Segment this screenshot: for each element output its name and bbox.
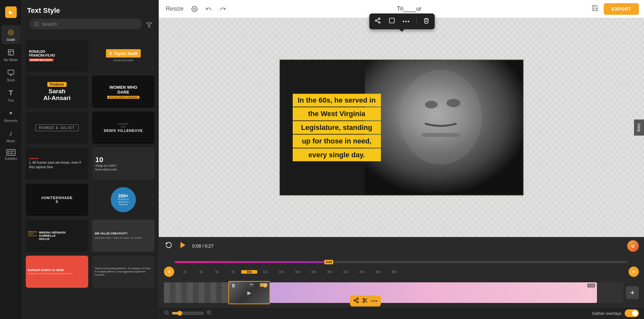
add-clip-button[interactable]: +: [626, 286, 639, 299]
search-input[interactable]: [42, 21, 138, 27]
settings-button[interactable]: [189, 4, 200, 14]
sidebar-item-text[interactable]: T Text: [1, 86, 21, 105]
time-display: 0:09 / 0:27: [192, 243, 623, 249]
denis-year: 2017: [121, 126, 126, 128]
popup-more-button[interactable]: •••: [402, 17, 412, 26]
women-title: WOMEN WHODARE: [109, 85, 137, 95]
clip-cut-button[interactable]: [362, 297, 368, 305]
play-button[interactable]: [177, 240, 188, 253]
logo: ▶: [2, 3, 20, 21]
time-mark: 22s: [338, 270, 354, 274]
more-icon: •••: [403, 19, 410, 24]
eyes-decoration: [29, 158, 39, 159]
wevalue-sub: share your ideas - make an impact - be c…: [95, 236, 142, 239]
zoom-in-button[interactable]: [206, 310, 212, 316]
replay-button[interactable]: [164, 240, 174, 252]
resize-icon: [389, 17, 395, 24]
clip-right[interactable]: 0:16: [270, 282, 597, 303]
sidebar-item-guide[interactable]: ◎ Guide: [1, 25, 21, 44]
svg-line-12: [377, 21, 379, 22]
clip-share-button[interactable]: [353, 297, 359, 305]
sidebar-item-stock[interactable]: Stock: [1, 66, 21, 85]
style-card-burger[interactable]: BURGER ROBOT IS HERE BURGER FLIPPING ROB…: [26, 256, 88, 288]
sidebar-item-label: Subtitles: [5, 157, 17, 160]
trash-icon: [423, 17, 430, 24]
svg-line-30: [364, 299, 365, 300]
save-button[interactable]: [590, 3, 600, 14]
style-card-taylor[interactable]: 5. Taylor Swift #TOP10STARS: [92, 40, 155, 72]
add-right-button[interactable]: +: [629, 267, 639, 277]
taylor-label: 5. Taylor Swift: [106, 49, 141, 58]
clip-more-button[interactable]: •••: [371, 298, 378, 304]
progress-bar[interactable]: 0:09: [175, 261, 628, 263]
style-card-10things[interactable]: 10 things you didn'tknow about color: [92, 148, 155, 180]
style-card-unitedshades[interactable]: #UNITEDSHADES: [26, 184, 88, 216]
clip-main[interactable]: ▶ ⏸ ⏸ 0:04 📷: [228, 281, 270, 304]
zoom-out-button[interactable]: [164, 310, 169, 316]
undo-icon: [205, 6, 212, 12]
clip-far-right[interactable]: [598, 282, 623, 303]
style-card-diy[interactable]: 200+ DIY BEAUTYPRODUCTSRECIPES: [92, 184, 155, 216]
style-card-mediaquote[interactable]: There's some [media] platforms - for exa…: [92, 256, 155, 288]
filter-button[interactable]: [146, 22, 152, 30]
time-mark: 12s: [257, 270, 273, 274]
elements-icon: ✦: [6, 109, 15, 118]
popup-delete-button[interactable]: [422, 16, 431, 27]
svg-rect-19: [422, 133, 460, 137]
progress-fill: [175, 261, 329, 263]
sidebar-item-elements[interactable]: ✦ Elements: [1, 106, 21, 125]
svg-rect-14: [389, 18, 394, 23]
redo-icon: [220, 6, 226, 12]
time-mark: 24s: [354, 270, 370, 274]
video-frame[interactable]: In the 60s, he served in the West Virgin…: [279, 59, 524, 196]
svg-line-35: [210, 314, 211, 314]
burger-title: BURGER ROBOT IS HERE: [28, 269, 64, 272]
ronaldo-name: RONALDOFRANCINI-FILHO: [29, 50, 55, 58]
style-card-denis[interactable]: A FILM BY 2017 DENIS VILLENEUVE: [92, 112, 155, 144]
text-line-5: every single day.: [293, 148, 381, 161]
context-popup: •••: [369, 14, 435, 29]
time-mark: 26s: [370, 270, 386, 274]
gather-overlays-toggle[interactable]: [625, 309, 639, 317]
prod2-left: PRODUCER SENIOR PRODUCER: [28, 231, 37, 241]
clip-action-popup: •••: [350, 296, 381, 306]
prod2-name1: WINONA HIENNADI: [39, 231, 66, 234]
help-button[interactable]: Help: [634, 119, 644, 136]
sidebar-item-media[interactable]: My Media: [1, 45, 21, 64]
svg-line-25: [355, 299, 357, 300]
style-grid: RONALDOFRANCINI-FILHO MARINE BIOLOGIST 5…: [22, 37, 158, 290]
popup-resize-button[interactable]: [387, 16, 396, 27]
mediaquote-text: There's some [media] platforms - for exa…: [95, 267, 152, 276]
subtitles-icon: CC: [6, 149, 15, 156]
diy-text: DIY BEAUTYPRODUCTSRECIPES: [116, 198, 130, 206]
sidebar-item-music[interactable]: ♪ Music: [1, 126, 21, 145]
zoom-slider[interactable]: [172, 311, 204, 316]
popup-share-button[interactable]: [373, 16, 382, 27]
svg-rect-0: [8, 50, 14, 55]
style-card-producer[interactable]: Producer SarahAl-Ansari: [26, 76, 88, 108]
style-card-women[interactable]: WOMEN WHODARE WITH ELIZABETH WARREN: [92, 76, 155, 108]
style-card-prod2[interactable]: PRODUCER SENIOR PRODUCER WINONA HIENNADI…: [26, 220, 88, 252]
user-avatar: U: [627, 240, 639, 252]
clip-left[interactable]: 0:06: [164, 282, 228, 303]
clip-share-icon: [353, 297, 359, 303]
style-card-wevalue[interactable]: WE VALUE CREATIVITY share your ideas - m…: [92, 220, 155, 252]
sidebar-item-label: Stock: [7, 78, 15, 82]
redo-button[interactable]: [218, 4, 228, 14]
style-card-romeo[interactable]: ROMEO & JULIET: [26, 112, 88, 144]
text-line-1: In the 60s, he served in: [293, 94, 381, 107]
canvas-area: In the 60s, he served in the West Virgin…: [159, 18, 644, 237]
svg-point-21: [357, 298, 358, 300]
timeline-bottom: Gather overlays: [159, 307, 644, 319]
taylor-name: 5. Taylor Swift: [109, 51, 137, 56]
sidebar-item-subtitles[interactable]: CC Subtitles: [1, 147, 21, 163]
add-left-button[interactable]: +: [164, 267, 174, 277]
denis-name: DENIS VILLENEUVE: [104, 129, 143, 132]
search-bar[interactable]: [30, 19, 142, 29]
style-card-eyes[interactable]: 1. All human eyes are brown, even if the…: [26, 148, 88, 180]
undo-button[interactable]: [204, 4, 214, 14]
export-button[interactable]: EXPORT: [604, 3, 639, 15]
style-card-ronaldo[interactable]: RONALDOFRANCINI-FILHO MARINE BIOLOGIST: [26, 40, 88, 72]
resize-button[interactable]: Resize: [164, 4, 185, 14]
time-mark: 18s: [306, 270, 322, 274]
